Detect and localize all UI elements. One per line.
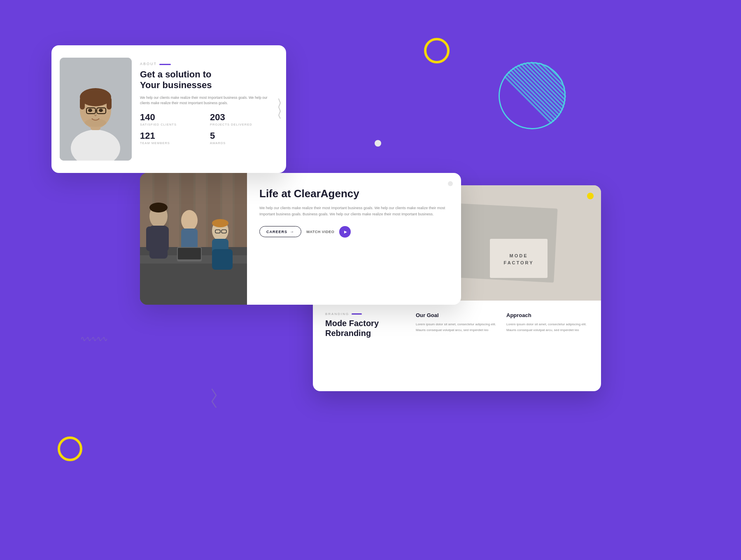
person-photo [60,58,132,161]
stat-number-awards: 5 [210,131,272,140]
group-photo [140,173,247,305]
svg-rect-36 [169,173,179,247]
about-card: ABOUT Get a solution to Your businesses … [51,45,286,173]
about-content: ABOUT Get a solution to Your businesses … [140,58,272,161]
svg-rect-25 [107,97,112,110]
svg-rect-56 [212,249,233,270]
about-label-underline [159,64,171,65]
svg-line-10 [523,62,566,130]
watch-video-label: WATCH VIDEO [306,230,334,234]
life-content: Life at ClearAgency We help our clients … [247,173,461,305]
life-buttons: CAREERS → WATCH VIDEO [259,226,449,238]
stat-satisfied-clients: 140 SATISFIED CLIENTS [140,113,202,126]
stat-number-clients: 140 [140,113,202,122]
wave-bottom-left: ∿∿∿∿∿ [80,334,107,343]
stat-projects: 203 PROJECTS DELIVERED [210,113,272,126]
svg-line-6 [506,62,566,130]
life-title: Life at ClearAgency [259,187,449,200]
svg-line-16 [548,62,566,130]
teal-striped-circle [498,62,566,130]
svg-rect-47 [146,226,154,251]
arrow-icon: → [290,229,294,234]
goal-text: Lorem ipsum dolor sit amet, consectetur … [416,322,498,333]
svg-rect-53 [178,248,201,259]
yellow-circle-outline-top [424,38,450,63]
rebranding-content: BRANDING Mode Factory Rebranding Our Goa… [313,301,601,350]
svg-line-13 [535,62,566,130]
about-description: We help our clients make realize their m… [140,95,272,106]
svg-line-14 [539,62,566,130]
svg-line-12 [531,62,566,130]
careers-button[interactable]: CAREERS → [259,226,301,237]
stat-number-team: 121 [140,131,202,140]
life-description: We help our clients make realize their m… [259,205,449,218]
card3-yellow-dot [587,193,594,199]
svg-line-15 [543,62,566,130]
svg-text:MODE: MODE [510,253,528,258]
life-card: Life at ClearAgency We help our clients … [140,173,461,305]
svg-point-26 [88,109,92,112]
stat-label-projects: PROJECTS DELIVERED [210,123,272,126]
stat-number-projects: 203 [210,113,272,122]
about-section-label: ABOUT [140,62,157,66]
svg-point-0 [498,62,566,130]
about-title: Get a solution to Your businesses [140,69,272,91]
card1-zigzag [276,98,281,120]
branding-label: BRANDING [325,312,408,316]
svg-line-4 [498,62,566,130]
stat-team: 121 TEAM MEMBERS [140,131,202,145]
stats-grid: 140 SATISFIED CLIENTS 203 PROJECTS DELIV… [140,113,272,145]
stat-label-awards: AWARDS [210,141,272,145]
stat-awards: 5 AWARDS [210,131,272,145]
svg-line-5 [502,62,566,130]
svg-line-9 [519,62,566,130]
svg-rect-44 [140,264,247,305]
stat-label-team: TEAM MEMBERS [140,141,202,145]
zigzag-bottom [210,387,224,410]
svg-point-27 [99,109,103,112]
play-button[interactable] [339,226,351,238]
svg-rect-24 [80,97,85,110]
rebranding-approach: Approach Lorem ipsum dolor sit amet, con… [506,312,589,338]
card2-corner-dot [448,181,453,186]
svg-rect-41 [235,173,247,247]
svg-line-11 [527,62,566,130]
gray-dot-card2-corner [375,140,381,147]
svg-rect-1 [498,62,566,130]
stat-label-clients: SATISFIED CLIENTS [140,123,202,126]
rebranding-goal: Our Goal Lorem ipsum dolor sit amet, con… [416,312,498,338]
svg-line-8 [515,62,566,130]
svg-point-31 [85,119,106,127]
svg-line-17 [552,62,566,130]
svg-line-3 [498,62,566,130]
svg-line-2 [498,62,566,130]
svg-rect-64 [490,239,548,278]
approach-title: Approach [506,312,589,318]
yellow-circle-bottom [58,436,82,461]
approach-text: Lorem ipsum dolor sit amet, consectetur … [506,322,589,333]
svg-text:FACTORY: FACTORY [504,260,534,265]
svg-rect-48 [161,226,169,251]
branding-squiggle [352,313,362,315]
svg-line-7 [510,62,566,130]
rebranding-title: Mode Factory Rebranding [325,318,408,338]
goal-title: Our Goal [416,312,498,318]
svg-point-50 [181,210,198,231]
rebranding-main: BRANDING Mode Factory Rebranding [325,312,408,338]
svg-point-18 [499,63,565,129]
svg-point-49 [149,203,168,212]
svg-point-57 [212,219,228,227]
